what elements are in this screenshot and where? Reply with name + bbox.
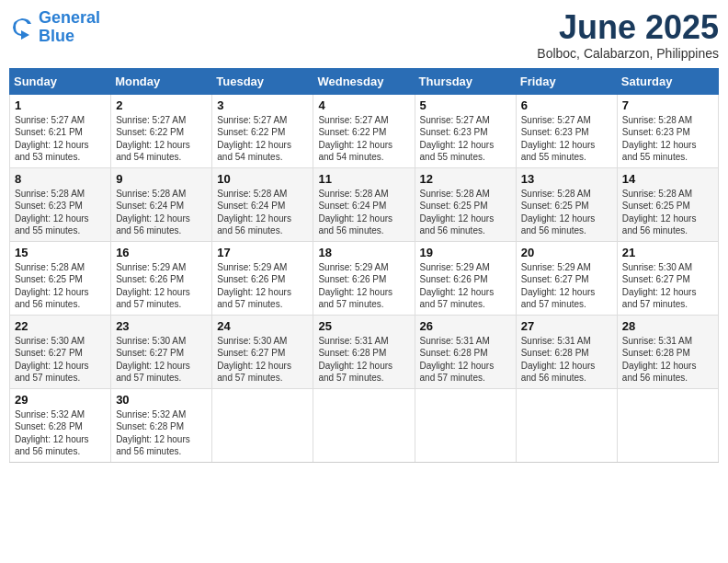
calendar-cell: 5 Sunrise: 5:27 AM Sunset: 6:23 PM Dayli… [415, 94, 516, 167]
calendar-cell: 7 Sunrise: 5:28 AM Sunset: 6:23 PM Dayli… [617, 94, 718, 167]
day-number: 2 [116, 98, 207, 112]
weekday-header-saturday: Saturday [617, 68, 718, 94]
calendar-cell: 21 Sunrise: 5:30 AM Sunset: 6:27 PM Dayl… [617, 241, 718, 315]
day-info: Sunrise: 5:27 AM Sunset: 6:23 PM Dayligh… [420, 114, 511, 164]
calendar-cell: 1 Sunrise: 5:27 AM Sunset: 6:21 PM Dayli… [10, 94, 111, 167]
calendar-cell: 15 Sunrise: 5:28 AM Sunset: 6:25 PM Dayl… [10, 241, 111, 315]
calendar-cell: 17 Sunrise: 5:29 AM Sunset: 6:26 PM Dayl… [212, 241, 313, 315]
day-info: Sunrise: 5:27 AM Sunset: 6:22 PM Dayligh… [217, 114, 308, 164]
calendar-cell: 9 Sunrise: 5:28 AM Sunset: 6:24 PM Dayli… [111, 167, 212, 241]
weekday-header-wednesday: Wednesday [313, 68, 415, 94]
day-number: 26 [420, 319, 511, 333]
day-info: Sunrise: 5:32 AM Sunset: 6:28 PM Dayligh… [116, 408, 207, 458]
day-number: 13 [521, 172, 612, 186]
calendar-cell: 8 Sunrise: 5:28 AM Sunset: 6:23 PM Dayli… [10, 167, 111, 241]
day-number: 8 [15, 172, 106, 186]
day-number: 29 [15, 393, 106, 407]
weekday-header-friday: Friday [516, 68, 617, 94]
day-info: Sunrise: 5:28 AM Sunset: 6:24 PM Dayligh… [217, 188, 308, 237]
day-number: 9 [116, 172, 207, 186]
calendar-cell: 4 Sunrise: 5:27 AM Sunset: 6:22 PM Dayli… [313, 94, 415, 167]
weekday-header-thursday: Thursday [415, 68, 516, 94]
calendar-cell: 6 Sunrise: 5:27 AM Sunset: 6:23 PM Dayli… [516, 94, 617, 167]
calendar-cell [516, 388, 617, 462]
day-info: Sunrise: 5:30 AM Sunset: 6:27 PM Dayligh… [622, 261, 713, 311]
day-info: Sunrise: 5:31 AM Sunset: 6:28 PM Dayligh… [420, 335, 511, 385]
day-info: Sunrise: 5:28 AM Sunset: 6:25 PM Dayligh… [15, 261, 106, 311]
week-row-2: 8 Sunrise: 5:28 AM Sunset: 6:23 PM Dayli… [10, 167, 719, 241]
calendar-cell: 12 Sunrise: 5:28 AM Sunset: 6:25 PM Dayl… [415, 167, 516, 241]
day-info: Sunrise: 5:31 AM Sunset: 6:28 PM Dayligh… [622, 335, 713, 385]
day-number: 24 [217, 319, 308, 333]
calendar-cell: 20 Sunrise: 5:29 AM Sunset: 6:27 PM Dayl… [516, 241, 617, 315]
weekday-header-tuesday: Tuesday [212, 68, 313, 94]
week-row-3: 15 Sunrise: 5:28 AM Sunset: 6:25 PM Dayl… [10, 241, 719, 315]
day-number: 10 [217, 172, 308, 186]
day-number: 4 [318, 98, 409, 112]
calendar-cell: 29 Sunrise: 5:32 AM Sunset: 6:28 PM Dayl… [10, 388, 111, 462]
day-info: Sunrise: 5:32 AM Sunset: 6:28 PM Dayligh… [15, 408, 106, 458]
day-number: 15 [15, 246, 106, 259]
calendar-cell: 14 Sunrise: 5:28 AM Sunset: 6:25 PM Dayl… [617, 167, 718, 241]
day-info: Sunrise: 5:29 AM Sunset: 6:26 PM Dayligh… [318, 261, 409, 311]
day-number: 20 [521, 246, 612, 259]
day-number: 11 [318, 172, 409, 186]
day-number: 16 [116, 246, 207, 259]
weekday-header-row: SundayMondayTuesdayWednesdayThursdayFrid… [10, 68, 719, 94]
day-info: Sunrise: 5:28 AM Sunset: 6:25 PM Dayligh… [521, 188, 612, 237]
week-row-1: 1 Sunrise: 5:27 AM Sunset: 6:21 PM Dayli… [10, 94, 719, 167]
calendar-cell: 22 Sunrise: 5:30 AM Sunset: 6:27 PM Dayl… [10, 315, 111, 388]
day-info: Sunrise: 5:27 AM Sunset: 6:21 PM Dayligh… [15, 114, 106, 164]
day-info: Sunrise: 5:30 AM Sunset: 6:27 PM Dayligh… [15, 335, 106, 385]
logo-text: General Blue [39, 9, 100, 46]
title-area: June 2025 Bolboc, Calabarzon, Philippine… [537, 9, 719, 61]
calendar-cell [415, 388, 516, 462]
day-info: Sunrise: 5:30 AM Sunset: 6:27 PM Dayligh… [116, 335, 207, 385]
day-info: Sunrise: 5:29 AM Sunset: 6:26 PM Dayligh… [116, 261, 207, 311]
day-number: 17 [217, 246, 308, 259]
calendar-cell: 10 Sunrise: 5:28 AM Sunset: 6:24 PM Dayl… [212, 167, 313, 241]
calendar-cell: 25 Sunrise: 5:31 AM Sunset: 6:28 PM Dayl… [313, 315, 415, 388]
day-info: Sunrise: 5:31 AM Sunset: 6:28 PM Dayligh… [521, 335, 612, 385]
calendar-cell: 11 Sunrise: 5:28 AM Sunset: 6:24 PM Dayl… [313, 167, 415, 241]
day-info: Sunrise: 5:28 AM Sunset: 6:24 PM Dayligh… [318, 188, 409, 237]
day-info: Sunrise: 5:31 AM Sunset: 6:28 PM Dayligh… [318, 335, 409, 385]
logo: General Blue [9, 9, 100, 46]
day-number: 19 [420, 246, 511, 259]
day-info: Sunrise: 5:28 AM Sunset: 6:23 PM Dayligh… [15, 188, 106, 237]
day-number: 14 [622, 172, 713, 186]
day-number: 1 [15, 98, 106, 112]
location: Bolboc, Calabarzon, Philippines [537, 46, 719, 61]
day-number: 28 [622, 319, 713, 333]
day-number: 30 [116, 393, 207, 407]
weekday-header-monday: Monday [111, 68, 212, 94]
calendar-cell: 18 Sunrise: 5:29 AM Sunset: 6:26 PM Dayl… [313, 241, 415, 315]
day-number: 25 [318, 319, 409, 333]
week-row-5: 29 Sunrise: 5:32 AM Sunset: 6:28 PM Dayl… [10, 388, 719, 462]
calendar-cell: 23 Sunrise: 5:30 AM Sunset: 6:27 PM Dayl… [111, 315, 212, 388]
day-number: 21 [622, 246, 713, 259]
day-info: Sunrise: 5:28 AM Sunset: 6:25 PM Dayligh… [420, 188, 511, 237]
day-number: 3 [217, 98, 308, 112]
calendar-cell [313, 388, 415, 462]
day-info: Sunrise: 5:29 AM Sunset: 6:26 PM Dayligh… [420, 261, 511, 311]
day-info: Sunrise: 5:27 AM Sunset: 6:23 PM Dayligh… [521, 114, 612, 164]
weekday-header-sunday: Sunday [10, 68, 111, 94]
week-row-4: 22 Sunrise: 5:30 AM Sunset: 6:27 PM Dayl… [10, 315, 719, 388]
day-info: Sunrise: 5:29 AM Sunset: 6:27 PM Dayligh… [521, 261, 612, 311]
day-info: Sunrise: 5:29 AM Sunset: 6:26 PM Dayligh… [217, 261, 308, 311]
calendar-cell: 28 Sunrise: 5:31 AM Sunset: 6:28 PM Dayl… [617, 315, 718, 388]
day-number: 12 [420, 172, 511, 186]
day-info: Sunrise: 5:27 AM Sunset: 6:22 PM Dayligh… [318, 114, 409, 164]
calendar-cell: 13 Sunrise: 5:28 AM Sunset: 6:25 PM Dayl… [516, 167, 617, 241]
calendar-table: SundayMondayTuesdayWednesdayThursdayFrid… [9, 68, 719, 463]
calendar-cell [212, 388, 313, 462]
day-number: 18 [318, 246, 409, 259]
calendar-cell: 27 Sunrise: 5:31 AM Sunset: 6:28 PM Dayl… [516, 315, 617, 388]
day-number: 23 [116, 319, 207, 333]
day-info: Sunrise: 5:28 AM Sunset: 6:24 PM Dayligh… [116, 188, 207, 237]
day-number: 27 [521, 319, 612, 333]
day-number: 22 [15, 319, 106, 333]
day-info: Sunrise: 5:28 AM Sunset: 6:23 PM Dayligh… [622, 114, 713, 164]
calendar-cell: 24 Sunrise: 5:30 AM Sunset: 6:27 PM Dayl… [212, 315, 313, 388]
